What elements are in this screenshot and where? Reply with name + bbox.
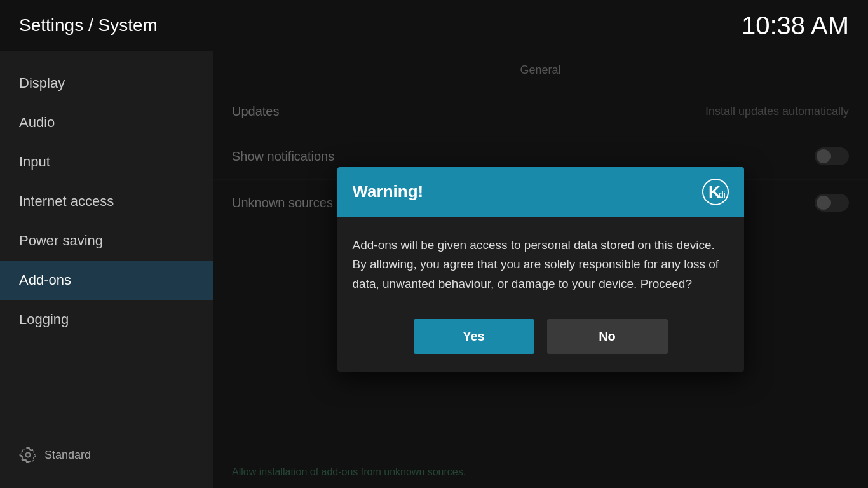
sidebar-footer-label: Standard: [44, 449, 91, 462]
dialog-overlay: Warning! K di Add-ons will be given acce…: [213, 51, 868, 488]
dialog-no-button[interactable]: No: [547, 319, 668, 354]
clock: 10:38 AM: [742, 11, 849, 40]
page-title: Settings / System: [19, 15, 158, 36]
main-layout: Display Audio Input Internet access Powe…: [0, 51, 868, 488]
sidebar-item-add-ons[interactable]: Add-ons: [0, 261, 213, 300]
dialog-yes-button[interactable]: Yes: [414, 319, 534, 354]
dialog-title: Warning!: [353, 182, 424, 201]
sidebar-item-internet-access[interactable]: Internet access: [0, 182, 213, 221]
sidebar-footer: Standard: [0, 435, 213, 475]
svg-text:di: di: [719, 189, 726, 200]
sidebar-item-display[interactable]: Display: [0, 64, 213, 103]
app-header: Settings / System 10:38 AM: [0, 0, 868, 51]
warning-dialog: Warning! K di Add-ons will be given acce…: [337, 167, 744, 372]
content-area: General Updates Install updates automati…: [213, 51, 868, 488]
sidebar-item-power-saving[interactable]: Power saving: [0, 221, 213, 261]
sidebar: Display Audio Input Internet access Powe…: [0, 51, 213, 488]
dialog-buttons: Yes No: [337, 309, 744, 372]
dialog-body: Add-ons will be given access to personal…: [337, 217, 744, 309]
kodi-logo-icon: K di: [702, 179, 729, 205]
sidebar-item-logging[interactable]: Logging: [0, 300, 213, 339]
dialog-header: Warning! K di: [337, 167, 744, 217]
sidebar-item-audio[interactable]: Audio: [0, 103, 213, 142]
sidebar-item-input[interactable]: Input: [0, 142, 213, 182]
gear-icon: [19, 446, 37, 464]
